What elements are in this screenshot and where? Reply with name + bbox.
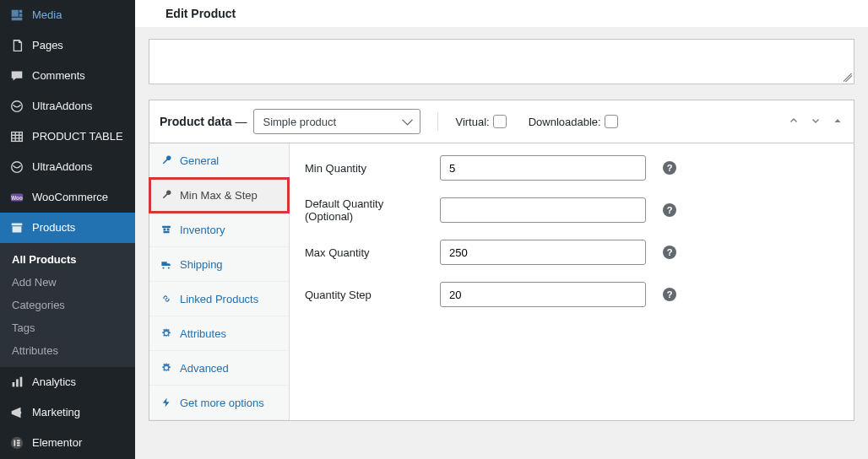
min-max-step-panel: Min Quantity ? Default Quantity (Optiona…: [290, 143, 854, 420]
sidebar-item-label: Analytics: [32, 375, 76, 390]
sidebar-item-ultraaddons-1[interactable]: UltraAddons: [0, 91, 135, 122]
product-data-tabs: General Min Max & Step I: [149, 143, 290, 420]
svg-rect-6: [16, 379, 19, 386]
tab-label: Min Max & Step: [180, 189, 258, 202]
product-data-title: Product data —: [160, 115, 247, 128]
sidebar-item-media[interactable]: Media: [0, 0, 135, 30]
pages-icon: [8, 37, 25, 54]
analytics-icon: [8, 374, 25, 391]
sidebar-item-label: Elementor: [32, 435, 82, 451]
sidebar-item-label: Marketing: [32, 405, 80, 420]
sidebar-item-ultraaddons-2[interactable]: UltraAddons: [0, 152, 135, 182]
inventory-icon: [160, 223, 173, 236]
products-icon: [8, 219, 25, 236]
sidebar-item-products[interactable]: Products: [0, 213, 135, 243]
svg-rect-11: [17, 442, 20, 444]
label-min-quantity: Min Quantity: [305, 162, 433, 175]
product-data-panel: Product data — Simple product Virtual: D…: [149, 100, 854, 421]
row-max-quantity: Max Quantity ?: [305, 240, 838, 265]
wrench-icon: [160, 188, 173, 202]
downloadable-label: Downloadable:: [529, 116, 601, 128]
submenu-categories[interactable]: Categories: [0, 294, 135, 316]
help-icon[interactable]: ?: [663, 288, 676, 301]
svg-rect-1: [12, 132, 23, 142]
virtual-toggle[interactable]: Virtual:: [455, 115, 506, 128]
lightning-icon: [160, 396, 173, 409]
panel-collapse-icon[interactable]: [832, 115, 844, 129]
marketing-icon: [8, 404, 25, 421]
submenu-add-new[interactable]: Add New: [0, 271, 135, 294]
input-max-quantity[interactable]: [440, 240, 646, 265]
sidebar-item-pages[interactable]: Pages: [0, 30, 135, 61]
table-icon: [8, 128, 25, 145]
sidebar-item-marketing[interactable]: Marketing: [0, 397, 135, 428]
tab-label: Inventory: [180, 224, 225, 236]
label-max-quantity: Max Quantity: [305, 246, 433, 259]
tab-advanced[interactable]: Advanced: [149, 351, 289, 386]
sidebar-item-label: UltraAddons: [32, 99, 93, 114]
tab-shipping[interactable]: Shipping: [149, 247, 289, 282]
admin-sidebar: Media Pages Comments UltraAddons PRODUCT: [0, 0, 135, 459]
input-quantity-step[interactable]: [440, 282, 646, 307]
gear-icon: [160, 361, 173, 375]
sidebar-item-label: Pages: [32, 38, 63, 53]
ultraaddons-icon: [8, 98, 25, 115]
row-quantity-step: Quantity Step ?: [305, 282, 838, 307]
tab-min-max-step[interactable]: Min Max & Step: [149, 178, 289, 213]
help-icon[interactable]: ?: [663, 161, 676, 175]
comments-icon: [8, 68, 25, 84]
input-min-quantity[interactable]: [440, 155, 646, 181]
submenu-attributes[interactable]: Attributes: [0, 339, 135, 362]
svg-rect-9: [14, 440, 15, 446]
sidebar-item-analytics[interactable]: Analytics: [0, 367, 135, 397]
woocommerce-icon: Woo: [8, 189, 25, 206]
product-type-select[interactable]: Simple product: [253, 109, 420, 134]
help-icon[interactable]: ?: [663, 203, 676, 217]
label-default-quantity: Default Quantity (Optional): [305, 197, 433, 223]
svg-rect-5: [13, 382, 15, 386]
description-editor[interactable]: [149, 39, 854, 84]
input-default-quantity[interactable]: [440, 197, 646, 223]
panel-move-down-icon[interactable]: [810, 115, 822, 129]
tab-linked-products[interactable]: Linked Products: [149, 282, 289, 316]
virtual-checkbox[interactable]: [493, 115, 507, 128]
tab-label: Shipping: [180, 258, 223, 271]
submenu-all-products[interactable]: All Products: [0, 248, 135, 271]
sidebar-item-label: UltraAddons: [32, 159, 93, 175]
tab-general[interactable]: General: [149, 143, 289, 178]
sidebar-item-label: PRODUCT TABLE: [32, 129, 123, 144]
tab-label: Get more options: [180, 397, 264, 409]
main-content: Edit Product Product data — Simple produ…: [135, 0, 868, 459]
virtual-label: Virtual:: [455, 116, 489, 128]
tab-get-more-options[interactable]: Get more options: [149, 386, 289, 420]
downloadable-checkbox[interactable]: [605, 115, 618, 128]
link-icon: [160, 292, 173, 305]
ultraaddons-icon: [8, 159, 25, 176]
panel-move-up-icon[interactable]: [788, 115, 800, 129]
downloadable-toggle[interactable]: Downloadable:: [529, 115, 618, 128]
product-type-selected: Simple product: [263, 116, 336, 128]
svg-rect-10: [17, 440, 20, 441]
submenu-tags[interactable]: Tags: [0, 316, 135, 339]
product-data-header: Product data — Simple product Virtual: D…: [149, 100, 854, 143]
svg-text:Woo: Woo: [11, 195, 23, 201]
sidebar-item-label: Comments: [32, 68, 85, 84]
tab-label: Linked Products: [180, 293, 258, 305]
row-min-quantity: Min Quantity ?: [305, 155, 838, 181]
help-icon[interactable]: ?: [663, 246, 676, 259]
svg-rect-12: [17, 445, 20, 446]
sidebar-item-comments[interactable]: Comments: [0, 61, 135, 91]
row-default-quantity: Default Quantity (Optional) ?: [305, 197, 838, 223]
sidebar-submenu-products: All Products Add New Categories Tags Att…: [0, 243, 135, 367]
svg-point-2: [12, 162, 23, 173]
sidebar-item-woocommerce[interactable]: Woo WooCommerce: [0, 182, 135, 213]
tab-inventory[interactable]: Inventory: [149, 213, 289, 247]
sidebar-item-product-table[interactable]: PRODUCT TABLE: [0, 122, 135, 152]
tab-label: Advanced: [180, 362, 229, 375]
separator: [437, 112, 438, 131]
sidebar-item-elementor[interactable]: Elementor: [0, 428, 135, 458]
label-quantity-step: Quantity Step: [305, 289, 433, 301]
tab-label: Attributes: [180, 327, 226, 340]
tab-attributes[interactable]: Attributes: [149, 316, 289, 351]
wrench-icon: [160, 154, 173, 167]
